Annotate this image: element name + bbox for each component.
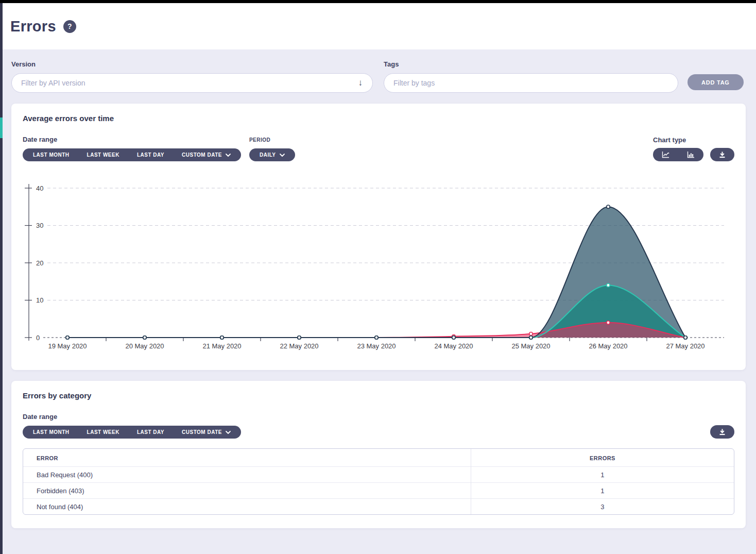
table-row: Not found (404) 3 (23, 499, 734, 515)
errors-by-category-card: Errors by category Date range LAST MONTH… (11, 381, 746, 528)
table-row: Bad Request (400) 1 (23, 467, 734, 483)
card-title: Average errors over time (23, 114, 734, 123)
scroll-indicator (0, 117, 3, 138)
help-icon[interactable]: ? (63, 20, 76, 33)
bar-chart-icon (686, 151, 695, 159)
download-chart-button[interactable] (710, 148, 734, 161)
table-controls: Date range LAST MONTH LAST WEEK LAST DAY… (23, 413, 734, 439)
period-select[interactable]: DAILY (251, 148, 294, 161)
filter-bar: Version ↓ Tags ADD TAG (11, 60, 746, 93)
error-count-cell: 3 (471, 499, 734, 515)
date-range-block: Date range LAST MONTH LAST WEEK LAST DAY… (23, 136, 241, 161)
date-range-label: Date range (23, 413, 241, 421)
date-range-group: LAST MONTH LAST WEEK LAST DAY CUSTOM DAT… (23, 148, 241, 161)
download-icon (718, 428, 726, 435)
version-label: Version (11, 60, 373, 68)
period-block: PERIOD DAILY (249, 137, 295, 161)
tags-input[interactable] (384, 73, 678, 93)
svg-text:27 May 2020: 27 May 2020 (666, 342, 705, 350)
svg-text:30: 30 (36, 222, 43, 229)
table-row: Forbidden (403) 1 (23, 483, 734, 499)
svg-text:21 May 2020: 21 May 2020 (202, 342, 241, 350)
last-week-button[interactable]: LAST WEEK (78, 148, 128, 161)
line-chart-icon (661, 151, 670, 159)
page-title: Errors (10, 18, 56, 35)
last-week-button[interactable]: LAST WEEK (78, 426, 128, 439)
errors-over-time-chart: 01020304019 May 202020 May 202021 May 20… (23, 180, 734, 360)
svg-text:24 May 2020: 24 May 2020 (434, 342, 473, 350)
chevron-down-icon (226, 154, 231, 157)
period-value: DAILY (260, 152, 276, 158)
error-count-cell: 1 (471, 467, 734, 483)
chart-controls: Date range LAST MONTH LAST WEEK LAST DAY… (23, 136, 734, 161)
version-filter: Version ↓ (11, 60, 373, 93)
svg-text:25 May 2020: 25 May 2020 (511, 342, 550, 350)
card-title: Errors by category (23, 391, 734, 400)
date-range-label: Date range (23, 136, 241, 143)
tags-label: Tags (384, 60, 678, 68)
custom-date-label: CUSTOM DATE (182, 429, 222, 435)
last-day-button[interactable]: LAST DAY (128, 426, 173, 439)
chart-type-block: Chart type (653, 136, 734, 161)
bar-chart-button[interactable] (678, 148, 703, 161)
svg-text:19 May 2020: 19 May 2020 (48, 342, 87, 350)
last-day-button[interactable]: LAST DAY (128, 148, 173, 161)
custom-date-button[interactable]: CUSTOM DATE (173, 148, 239, 161)
svg-text:26 May 2020: 26 May 2020 (589, 342, 627, 350)
svg-text:10: 10 (36, 296, 43, 304)
tags-filter: Tags (384, 60, 678, 93)
column-header-error: ERROR (23, 449, 471, 467)
last-month-button[interactable]: LAST MONTH (24, 426, 78, 439)
svg-text:0: 0 (36, 334, 40, 342)
error-count-cell: 1 (471, 483, 734, 499)
line-chart-button[interactable] (653, 148, 678, 161)
chart-type-label: Chart type (653, 136, 734, 144)
date-range-block: Date range LAST MONTH LAST WEEK LAST DAY… (23, 413, 241, 439)
chart-type-group (653, 148, 703, 161)
error-name-cell: Forbidden (403) (23, 483, 471, 499)
error-name-cell: Bad Request (400) (23, 467, 471, 483)
dropdown-arrow-icon[interactable]: ↓ (358, 77, 363, 89)
version-input[interactable] (11, 73, 373, 93)
chevron-down-icon (280, 154, 285, 157)
page-header: Errors ? (3, 3, 756, 49)
error-name-cell: Not found (404) (23, 499, 471, 515)
period-label: PERIOD (249, 137, 295, 143)
add-tag-button[interactable]: ADD TAG (688, 74, 744, 90)
svg-text:20: 20 (36, 259, 43, 267)
main-content: Version ↓ Tags ADD TAG Average errors ov… (3, 49, 756, 554)
svg-text:23 May 2020: 23 May 2020 (357, 342, 396, 350)
svg-text:22 May 2020: 22 May 2020 (280, 342, 318, 350)
download-icon (718, 151, 726, 158)
date-range-group: LAST MONTH LAST WEEK LAST DAY CUSTOM DAT… (23, 426, 241, 439)
svg-text:20 May 2020: 20 May 2020 (125, 342, 164, 350)
errors-table: ERROR ERRORS Bad Request (400) 1 Forbidd… (23, 448, 734, 515)
custom-date-label: CUSTOM DATE (182, 152, 222, 158)
svg-text:40: 40 (36, 184, 43, 192)
average-errors-card: Average errors over time Date range LAST… (11, 104, 746, 370)
download-table-button[interactable] (710, 425, 734, 439)
last-month-button[interactable]: LAST MONTH (24, 148, 78, 161)
sidebar-edge (0, 3, 3, 554)
area-chart: 01020304019 May 202020 May 202021 May 20… (23, 180, 732, 358)
column-header-errors: ERRORS (471, 449, 734, 467)
chevron-down-icon (226, 431, 231, 434)
custom-date-button[interactable]: CUSTOM DATE (173, 426, 239, 439)
window-top-edge (0, 0, 756, 3)
